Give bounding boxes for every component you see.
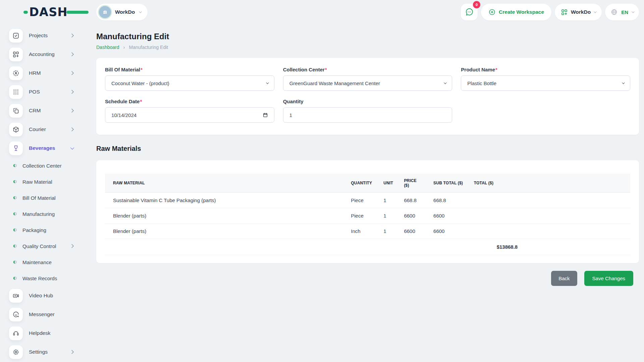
sidebar-subitem-waste-records[interactable]: Waste Records [9, 270, 80, 286]
table-row: Blender (parts) Inch 1 6600 6600 [105, 224, 630, 239]
chevron-right-icon [70, 52, 73, 56]
logo-text: DASH [29, 5, 68, 19]
create-workspace-label: Create Workspace [499, 9, 544, 15]
required-marker: * [325, 67, 327, 72]
workspace-menu[interactable]: WorkDo [555, 4, 602, 20]
workspace-switcher[interactable]: WorkDo [96, 4, 148, 20]
sidebar-item-settings[interactable]: Settings [9, 343, 80, 361]
workspace-menu-label: WorkDo [571, 9, 591, 15]
required-marker: * [140, 99, 142, 104]
sidebar-item-accounting[interactable]: Accounting [9, 45, 80, 64]
product-name-select[interactable]: Plastic Bottle [461, 75, 630, 91]
sidebar-subitem-bill-of-material[interactable]: Bill Of Material [9, 190, 80, 206]
chevron-right-icon [70, 244, 73, 248]
beverages-glass-icon [9, 141, 23, 155]
raw-materials-card: RAW MATERIAL QUANTITY UNIT PRICE ($) SUB… [96, 160, 639, 263]
chevron-down-icon [622, 81, 625, 84]
grand-total-row: $13868.8 [105, 239, 630, 255]
accounting-grid-icon [9, 48, 23, 61]
messages-button[interactable]: 0 [461, 4, 478, 20]
bill-of-material-label: Bill Of Material [105, 67, 140, 72]
sidebar-item-courier[interactable]: Courier [9, 120, 80, 139]
product-name-label: Product Name [461, 67, 495, 72]
schedule-date-input[interactable]: 10/14/2024 [105, 107, 274, 123]
sidebar-item-hrm[interactable]: HRM [9, 64, 80, 82]
sidebar-subitem-raw-material[interactable]: Raw Material [9, 174, 80, 190]
building-icon [102, 9, 108, 15]
quantity-input-wrap [283, 107, 452, 123]
schedule-date-label: Schedule Date [105, 99, 140, 104]
col-unit: UNIT [378, 174, 398, 193]
bill-of-material-field: Bill Of Material* Coconut Water - (produ… [105, 67, 274, 91]
breadcrumb-dashboard-link[interactable]: Dashboard [96, 45, 119, 50]
back-button[interactable]: Back [551, 271, 577, 286]
courier-package-icon [9, 123, 23, 136]
sidebar-item-crm[interactable]: CRM [9, 101, 80, 120]
plus-circle-icon [488, 8, 496, 16]
language-label: EN [621, 9, 628, 15]
col-total: TOTAL ($) [469, 174, 630, 193]
col-price: PRICE ($) [398, 174, 428, 193]
messenger-chat-icon [9, 308, 23, 321]
collection-center-label: Collection Center [283, 67, 325, 72]
chevron-down-icon [594, 10, 596, 13]
calendar-icon [263, 112, 268, 118]
chevron-down-icon [444, 81, 446, 84]
sidebar-item-helpdesk[interactable]: Helpdesk [9, 324, 80, 343]
sidebar-item-pos[interactable]: POS [9, 82, 80, 101]
projects-check-icon [9, 29, 23, 43]
bill-of-material-select[interactable]: Coconut Water - (product) [105, 75, 274, 91]
language-selector[interactable]: EN [605, 4, 639, 20]
bullet-icon [13, 260, 17, 264]
quantity-label: Quantity [283, 99, 304, 104]
table-row: Blender (parts) Piece 1 6600 6600 [105, 208, 630, 224]
chevron-right-icon [70, 127, 73, 131]
sidebar-item-messenger[interactable]: Messenger [9, 305, 80, 324]
gear-icon [9, 345, 23, 359]
table-header-row: RAW MATERIAL QUANTITY UNIT PRICE ($) SUB… [105, 174, 630, 193]
page-title: Manufacturing Edit [96, 32, 639, 41]
chevron-down-icon [632, 10, 634, 13]
sidebar-subitem-collection-center[interactable]: Collection Center [9, 158, 80, 174]
required-marker: * [495, 67, 497, 72]
sidebar-item-projects[interactable]: Projects [9, 26, 80, 45]
header-actions: 0 Create Workspace WorkDo EN [461, 4, 639, 20]
chevron-down-icon [139, 10, 142, 13]
bullet-icon [13, 180, 17, 183]
create-workspace-button[interactable]: Create Workspace [481, 4, 551, 20]
required-marker: * [141, 67, 143, 72]
chevron-right-icon [70, 350, 73, 354]
sidebar-item-video-hub[interactable]: Video Hub [9, 286, 80, 305]
sidebar-subitem-manufacturing[interactable]: Manufacturing [9, 206, 80, 222]
grid-plus-icon [561, 9, 568, 16]
table-row: Sustainable Vitamin C Tube Packaging (pa… [105, 193, 630, 208]
sidebar-subitem-quality-control[interactable]: Quality Control [9, 238, 80, 254]
bullet-icon [13, 212, 17, 216]
col-raw-material: RAW MATERIAL [105, 174, 345, 193]
chevron-right-icon [70, 109, 73, 112]
product-name-field: Product Name* Plastic Bottle [461, 67, 630, 91]
quantity-input[interactable] [289, 112, 446, 118]
collection-center-field: Collection Center* GreenGuard Waste Mana… [283, 67, 452, 91]
sidebar-item-beverages[interactable]: Beverages [9, 139, 80, 158]
bullet-icon [13, 164, 17, 167]
sidebar-subitem-maintenance[interactable]: Maintenance [9, 254, 80, 270]
bullet-icon [13, 196, 17, 199]
top-header: DASH WorkDo 0 Create Workspace [0, 0, 644, 24]
form-actions: Back Save Changes [96, 271, 639, 286]
breadcrumb-separator: › [123, 44, 125, 50]
notification-badge: 0 [473, 1, 480, 8]
globe-icon [610, 8, 618, 16]
bullet-icon [13, 277, 17, 280]
sidebar-subitem-packaging[interactable]: Packaging [9, 222, 80, 238]
save-changes-button[interactable]: Save Changes [584, 271, 633, 286]
raw-materials-heading: Raw Materials [96, 145, 639, 153]
chevron-right-icon [70, 34, 73, 37]
quantity-field: Quantity [283, 99, 452, 123]
brand-logo[interactable]: DASH [23, 5, 96, 19]
raw-materials-table: RAW MATERIAL QUANTITY UNIT PRICE ($) SUB… [105, 174, 630, 255]
main-content: Manufacturing Edit Dashboard › Manufactu… [96, 32, 639, 286]
collection-center-select[interactable]: GreenGuard Waste Management Center [283, 75, 452, 91]
schedule-date-field: Schedule Date* 10/14/2024 [105, 99, 274, 123]
chevron-down-icon [266, 81, 269, 84]
